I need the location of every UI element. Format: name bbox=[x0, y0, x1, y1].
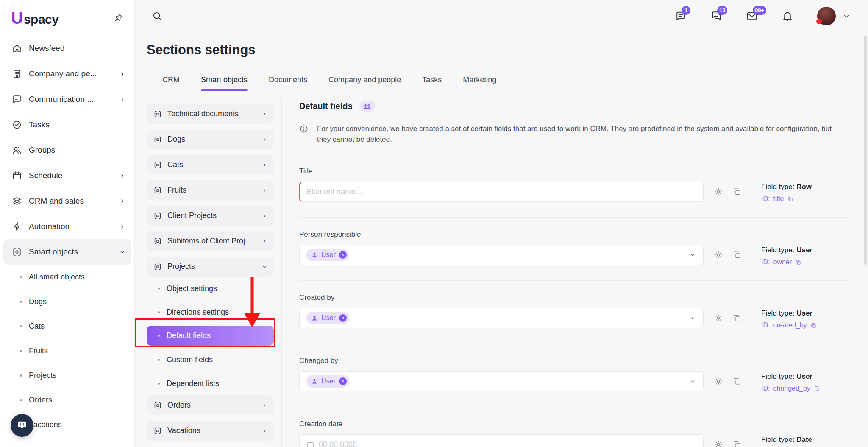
field-duplicate-button[interactable] bbox=[732, 440, 742, 447]
chevron-right-icon bbox=[261, 212, 268, 219]
tab-crm[interactable]: CRM bbox=[162, 75, 180, 91]
object-item-label: Technical documents bbox=[167, 109, 239, 118]
projects-subitem-object-settings[interactable]: Object settings bbox=[147, 277, 274, 300]
object-item-subitems-of-client-projects[interactable]: Subitems of Client Proj... bbox=[147, 231, 274, 251]
chevron-right-icon bbox=[261, 136, 268, 143]
chip-remove-button[interactable]: × bbox=[339, 377, 347, 385]
tab-tasks[interactable]: Tasks bbox=[422, 75, 442, 91]
sidebar-item-smart-objects[interactable]: Smart objects bbox=[3, 239, 131, 265]
support-chat-button[interactable] bbox=[11, 414, 33, 437]
chevron-down-icon bbox=[689, 314, 696, 322]
pin-sidebar-button[interactable] bbox=[114, 13, 123, 22]
subitem-label: Custom fields bbox=[167, 355, 213, 364]
field-settings-button[interactable] bbox=[714, 250, 723, 260]
field-meta: Field type: User ID: owner bbox=[761, 246, 812, 266]
sidebar-item-label: Communication ... bbox=[29, 95, 94, 104]
field-settings-button[interactable] bbox=[714, 187, 723, 196]
tab-company-and-people[interactable]: Company and people bbox=[328, 75, 401, 91]
notifications-button[interactable] bbox=[782, 10, 793, 22]
field-type: Field type: Date bbox=[761, 436, 815, 444]
field-duplicate-button[interactable] bbox=[732, 377, 742, 386]
field-label: Title bbox=[299, 167, 850, 176]
sidebar-item-label: Smart objects bbox=[29, 247, 78, 257]
panel-scrollbar[interactable] bbox=[281, 98, 282, 447]
sidebar-item-schedule[interactable]: Schedule bbox=[0, 163, 134, 188]
sidebar-subitem-all-smart-objects[interactable]: All smart objects bbox=[0, 265, 134, 289]
object-item-dogs[interactable]: Dogs bbox=[147, 129, 274, 149]
object-item-cats[interactable]: Cats bbox=[147, 155, 274, 175]
sidebar-subitem-cats[interactable]: Cats bbox=[0, 314, 134, 338]
field-type: Field type: User bbox=[761, 372, 820, 381]
field-label: Creation date bbox=[299, 420, 850, 428]
tab-marketing[interactable]: Marketing bbox=[463, 75, 496, 91]
avatar[interactable] bbox=[817, 7, 836, 25]
object-item-fruits[interactable]: Fruits bbox=[147, 180, 274, 200]
section-header: Default fields 11 bbox=[299, 101, 850, 112]
copy-id-button[interactable] bbox=[814, 386, 820, 392]
copy-id-button[interactable] bbox=[810, 322, 817, 329]
field-settings-button[interactable] bbox=[714, 313, 723, 323]
projects-subitem-default-fields[interactable]: Default fields bbox=[147, 326, 274, 346]
sidebar-item-groups[interactable]: Groups bbox=[0, 137, 134, 163]
comments-button[interactable]: 1 bbox=[675, 10, 687, 22]
projects-subitem-dependent-lists[interactable]: Dependent lists bbox=[147, 372, 274, 395]
bullet-dot bbox=[158, 383, 160, 385]
page-scrollbar[interactable] bbox=[864, 36, 867, 265]
search-button[interactable] bbox=[152, 11, 163, 22]
chevron-down-icon bbox=[261, 263, 268, 270]
object-item-vacations[interactable]: Vacations bbox=[147, 421, 274, 441]
mail-button[interactable]: 99+ bbox=[746, 10, 758, 22]
sidebar-subitem-orders[interactable]: Orders bbox=[0, 388, 134, 412]
fields-count-badge: 11 bbox=[359, 101, 376, 112]
object-item-orders[interactable]: Orders bbox=[147, 395, 274, 415]
tabs: CRM Smart objects Documents Company and … bbox=[162, 75, 496, 91]
field-duplicate-button[interactable] bbox=[732, 313, 742, 323]
sidebar-item-automation[interactable]: Automation bbox=[0, 214, 134, 239]
crm-icon bbox=[12, 196, 22, 206]
sidebar-item-crm-and-sales[interactable]: CRM and sales bbox=[0, 188, 134, 214]
sidebar-subitem-dogs[interactable]: Dogs bbox=[0, 289, 134, 314]
sidebar-item-label: Company and pe... bbox=[29, 69, 97, 78]
tab-documents[interactable]: Documents bbox=[269, 75, 307, 91]
field-type: Field type: Row bbox=[761, 183, 812, 191]
sidebar-subitem-projects[interactable]: Projects bbox=[0, 363, 134, 388]
copy-icon bbox=[787, 196, 793, 202]
projects-subitem-custom-fields[interactable]: Custom fields bbox=[147, 348, 274, 372]
field-duplicate-button[interactable] bbox=[732, 250, 742, 260]
copy-id-button[interactable] bbox=[795, 259, 801, 265]
tab-smart-objects[interactable]: Smart objects bbox=[201, 75, 248, 91]
field-meta: Field type: Row ID: title bbox=[761, 183, 812, 203]
created-by-select[interactable]: User × bbox=[299, 308, 704, 328]
field-duplicate-button[interactable] bbox=[732, 187, 742, 196]
chevron-right-icon bbox=[119, 172, 126, 179]
person-icon bbox=[311, 315, 318, 321]
chats-button[interactable]: 10 bbox=[710, 10, 722, 22]
object-item-projects[interactable]: Projects bbox=[147, 257, 274, 277]
field-settings-button[interactable] bbox=[714, 377, 723, 386]
copy-id-button[interactable] bbox=[787, 196, 793, 202]
chevron-down-icon bbox=[689, 251, 696, 259]
title-input[interactable] bbox=[306, 187, 696, 196]
sidebar-subitem-fruits[interactable]: Fruits bbox=[0, 338, 134, 363]
sidebar-item-newsfeed[interactable]: Newsfeed bbox=[0, 36, 134, 61]
field-settings-button[interactable] bbox=[714, 440, 723, 447]
person-responsible-select[interactable]: User × bbox=[299, 245, 704, 265]
sidebar-subitem-label: Dogs bbox=[29, 297, 47, 306]
uspacy-logo[interactable]: Uspacy bbox=[11, 9, 58, 27]
projects-subitem-directions-settings[interactable]: Directions settings bbox=[147, 300, 274, 324]
sidebar-subitem-label: Vacations bbox=[29, 420, 62, 429]
sidebar-item-communication[interactable]: Communication ... bbox=[0, 87, 134, 112]
bullet-dot bbox=[158, 335, 160, 337]
person-icon bbox=[311, 251, 318, 258]
chip-remove-button[interactable]: × bbox=[339, 251, 347, 259]
object-item-technical-documents[interactable]: Technical documents bbox=[147, 104, 274, 124]
sidebar-item-tasks[interactable]: Tasks bbox=[0, 112, 134, 137]
profile-dropdown-button[interactable] bbox=[842, 11, 851, 21]
creation-date-input[interactable] bbox=[319, 440, 696, 447]
field-label: Changed by bbox=[299, 357, 850, 365]
chip-remove-button[interactable]: × bbox=[339, 314, 347, 322]
changed-by-select[interactable]: User × bbox=[299, 371, 704, 391]
objects-panel: Technical documents Dogs Cats Fruits Cli… bbox=[147, 104, 274, 446]
object-item-client-projects[interactable]: Client Projects bbox=[147, 206, 274, 226]
sidebar-item-company-and-people[interactable]: Company and pe... bbox=[0, 61, 134, 87]
